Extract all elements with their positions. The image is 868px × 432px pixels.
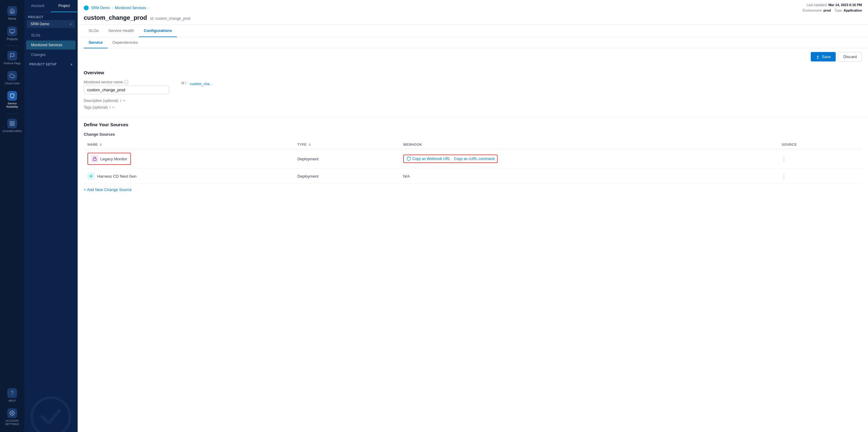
tags-info-icon[interactable]: i (110, 105, 111, 109)
save-button[interactable]: Save (811, 52, 836, 62)
cell-legacy-name: Legacy Monitor (84, 149, 293, 169)
breadcrumb: SRM Demo › Monitored Services › (84, 5, 150, 10)
header-top-row: SRM Demo › Monitored Services › Last Upd… (78, 0, 868, 13)
description-info-icon[interactable]: i (120, 99, 121, 103)
harness-more-icon[interactable]: ⋮ (781, 174, 786, 179)
name-info-icon[interactable]: i (124, 80, 128, 84)
action-bar: Save Discard (78, 48, 868, 65)
cell-harness-type: Deployment (293, 169, 399, 184)
projects-icon (7, 27, 17, 36)
legacy-more-icon[interactable]: ⋮ (781, 156, 786, 162)
sidebar-item-monitored-services[interactable]: Monitored Services (26, 40, 75, 49)
discard-button[interactable]: Discard (838, 52, 862, 62)
overview-title: Overview (84, 70, 862, 75)
nav-home[interactable]: Home (0, 3, 24, 24)
cell-legacy-source: ⋮ (778, 149, 862, 169)
flag-icon (7, 51, 17, 61)
nav-feature-flags[interactable]: Feature Flags (0, 48, 24, 68)
upload-icon (816, 55, 820, 59)
icon-nav-bottom: ? HELP ACCOUNT SETTINGS (0, 385, 24, 429)
settings-icon (7, 408, 17, 418)
harness-icon (87, 172, 95, 180)
svg-rect-5 (13, 122, 14, 123)
name-label: Monitored service name i (84, 80, 169, 84)
cell-harness-name: Harness CD Next Gen (84, 169, 293, 184)
legacy-name-highlight: Legacy Monitor (87, 153, 131, 165)
nav-help[interactable]: ? HELP (0, 385, 24, 405)
type-sort-icon[interactable]: ⇅ (309, 143, 311, 146)
change-sources-title: Change Sources (84, 132, 862, 137)
nav-cloud-costs[interactable]: Cloud Costs (0, 68, 24, 88)
add-source-link[interactable]: + Add New Change Source (84, 188, 131, 192)
cell-legacy-webhook: Copy as Webhook URL Copy as cURL command (400, 149, 778, 169)
header-title-row: custom_change_prod Id: custom_change_pro… (78, 13, 868, 24)
harness-name-cell: Harness CD Next Gen (87, 172, 290, 180)
table-row: Harness CD Next Gen Deployment N/A ⋮ (84, 169, 862, 184)
sidebar-item-changes[interactable]: Changes (26, 50, 75, 59)
description-field: Description (optional) i ✏ (84, 99, 862, 103)
sources-title: Define Your Sources (84, 122, 862, 127)
tags-edit-icon[interactable]: ✏ (112, 105, 115, 109)
id-label: Id i : custom_cha... (181, 80, 213, 86)
tab-project[interactable]: Project (51, 0, 78, 12)
svg-rect-7 (13, 124, 14, 125)
table-row: Legacy Monitor Deployment Copy as Webhoo… (84, 149, 862, 169)
col-name: NAME ⇅ (84, 140, 293, 149)
breadcrumb-srm-demo[interactable]: SRM Demo (91, 6, 110, 10)
cloud-icon (7, 71, 17, 80)
sources-section: Define Your Sources Change Sources NAME … (78, 117, 868, 197)
shield-icon (7, 91, 17, 101)
tags-field: Tags (optional) i ✏ (84, 105, 862, 109)
sidebar-item-slos[interactable]: SLOs (26, 31, 75, 40)
svg-point-12 (90, 175, 92, 177)
svg-rect-11 (93, 159, 97, 161)
id-value: custom_cha... (190, 82, 213, 86)
form-row-name-id: Monitored service name i Id i : custom_c… (84, 80, 862, 94)
nav-projects[interactable]: Projects (0, 24, 24, 44)
id-field: Id i : custom_cha... (181, 80, 213, 88)
page-id: Id: custom_change_prod (150, 16, 190, 21)
header-meta: Last Updated: Mar 14, 2023 6:16 PM Envir… (803, 2, 862, 13)
table-header-row: NAME ⇅ TYPE ⇅ WEBHOOK SOURCE (84, 140, 862, 149)
content-area: Save Discard Overview Monitored service … (78, 48, 868, 432)
overview-section: Overview Monitored service name i Id i : (78, 65, 868, 117)
sidebar-setup-header[interactable]: PROJECT SETUP ∨ (24, 60, 78, 67)
help-icon: ? (7, 388, 17, 398)
page-title: custom_change_prod (84, 14, 147, 21)
nav-service-reliability[interactable]: Service Reliability (0, 88, 24, 112)
cell-legacy-type: Deployment (293, 149, 399, 169)
description-edit-icon[interactable]: ✏ (123, 99, 126, 103)
icon-nav: Home Projects Feature Flags Cloud Cost (0, 0, 24, 432)
main-tabs: SLOs Service Health Configurations (78, 25, 868, 37)
sub-tab-dependencies[interactable]: Dependencies (107, 37, 143, 48)
webhook-highlight: Copy as Webhook URL Copy as cURL command (403, 155, 498, 163)
name-input[interactable] (84, 86, 169, 94)
tab-configurations[interactable]: Configurations (139, 25, 177, 37)
webhook-icon (406, 156, 411, 161)
cell-harness-source: ⋮ (778, 169, 862, 184)
sidebar-watermark (24, 67, 78, 432)
sub-tabs: Service Dependencies (78, 37, 868, 48)
breadcrumb-sep-2: › (148, 6, 149, 10)
svg-rect-0 (10, 29, 14, 33)
breadcrumb-sep-1: › (112, 6, 113, 10)
home-icon (7, 6, 17, 16)
breadcrumb-monitored-services[interactable]: Monitored Services (115, 6, 146, 10)
sidebar-project-selector[interactable]: SRM Demo › (27, 20, 75, 28)
copy-webhook-url-link[interactable]: Copy as Webhook URL (412, 157, 451, 161)
copy-curl-link[interactable]: Copy as cURL command (454, 157, 495, 161)
svg-point-9 (32, 398, 70, 432)
tab-account[interactable]: Account (24, 0, 51, 12)
nav-dashboards[interactable]: DASHBOARDS (0, 115, 24, 136)
sidebar-project-label: Project (24, 12, 78, 20)
name-sort-icon[interactable]: ⇅ (100, 143, 102, 146)
main-content: SRM Demo › Monitored Services › Last Upd… (78, 0, 868, 432)
col-webhook: WEBHOOK (400, 140, 778, 149)
id-info-icon[interactable]: i (185, 81, 186, 85)
tab-slos[interactable]: SLOs (84, 25, 103, 37)
sources-table: NAME ⇅ TYPE ⇅ WEBHOOK SOURCE (84, 140, 862, 184)
sub-tab-service[interactable]: Service (84, 37, 107, 48)
cell-harness-webhook: N/A (400, 169, 778, 184)
tab-service-health[interactable]: Service Health (103, 25, 139, 37)
nav-account-settings[interactable]: ACCOUNT SETTINGS (0, 405, 24, 429)
